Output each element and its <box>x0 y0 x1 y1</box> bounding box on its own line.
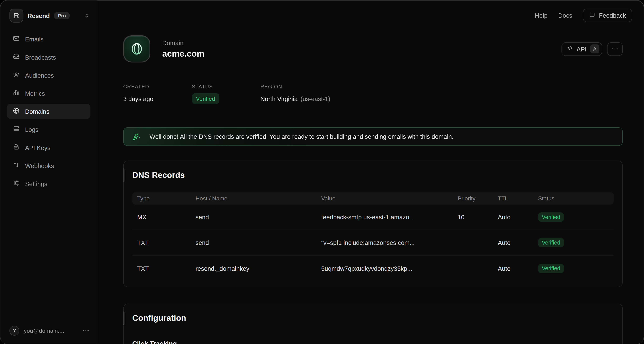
globe-icon <box>13 107 20 116</box>
dns-records-card: DNS Records Type Host / Name Value Prior… <box>123 160 623 287</box>
table-row: MX send feedback-smtp.us-east-1.amazo...… <box>132 204 614 230</box>
main-area: Help Docs Feedback <box>97 0 644 344</box>
configuration-title: Configuration <box>124 304 622 323</box>
domain-header: Domain acme.com API A <box>123 35 623 62</box>
card-accent-bar <box>123 168 124 182</box>
api-button[interactable]: API A <box>562 42 602 56</box>
sidebar-item-broadcasts[interactable]: Broadcasts <box>7 50 90 64</box>
cell-priority: 10 <box>458 214 498 220</box>
app-window: R Resend Pro Emails Broadcasts <box>0 0 644 344</box>
sidebar: R Resend Pro Emails Broadcasts <box>0 0 97 344</box>
table-row: TXT resend._domainkey 5uqmdw7qpxudkyvdon… <box>132 256 614 281</box>
users-icon <box>13 71 20 79</box>
sidebar-item-label: API Keys <box>25 144 50 151</box>
domain-info: Domain acme.com <box>162 39 204 58</box>
sidebar-item-label: Metrics <box>25 90 45 97</box>
banner-message: Well done! All the DNS records are verif… <box>150 133 454 140</box>
sidebar-item-label: Broadcasts <box>25 54 56 60</box>
speech-bubble-icon <box>589 12 595 19</box>
api-shortcut-key: A <box>590 44 599 54</box>
sidebar-item-webhooks[interactable]: Webhooks <box>7 158 90 173</box>
app-stage: R Resend Pro Emails Broadcasts <box>0 0 644 344</box>
cell-value: "v=spf1 include:amazonses.com... <box>321 239 458 246</box>
globe-icon <box>130 42 144 56</box>
status-badge: Verified <box>538 238 564 247</box>
sidebar-item-metrics[interactable]: Metrics <box>7 86 90 101</box>
sidebar-nav: Emails Broadcasts Audiences Metrics Doma… <box>0 32 97 191</box>
page-content: Domain acme.com API A <box>97 22 644 344</box>
cell-ttl: Auto <box>498 214 538 220</box>
sidebar-item-label: Audiences <box>25 72 54 78</box>
cell-host: send <box>196 214 321 220</box>
api-button-label: API <box>577 45 587 52</box>
domain-meta: CREATED 3 days ago STATUS Verified REGIO… <box>123 84 623 102</box>
cell-value: feedback-smtp.us-east-1.amazo... <box>321 214 458 220</box>
sidebar-item-label: Domains <box>25 108 49 115</box>
sidebar-item-emails[interactable]: Emails <box>7 32 90 46</box>
sidebar-item-label: Settings <box>25 180 47 187</box>
meta-region: REGION North Virginia (us-east-1) <box>260 84 330 102</box>
sidebar-item-label: Webhooks <box>25 162 54 169</box>
cell-type: TXT <box>137 239 196 246</box>
avatar: Y <box>10 326 19 336</box>
bar-chart-icon <box>13 89 20 97</box>
cell-value: 5uqmdw7qpxudkyvdonqzy35kp... <box>321 265 458 272</box>
inbox-icon <box>13 53 20 61</box>
created-value: 3 days ago <box>123 95 192 102</box>
col-host: Host / Name <box>196 195 321 202</box>
sidebar-item-audiences[interactable]: Audiences <box>7 68 90 83</box>
dns-records-title: DNS Records <box>124 161 622 180</box>
mail-icon <box>13 35 20 43</box>
success-banner: Well done! All the DNS records are verif… <box>123 127 623 146</box>
cell-ttl: Auto <box>498 265 538 272</box>
cell-host: send <box>196 239 321 246</box>
cell-type: MX <box>137 214 196 220</box>
code-icon <box>567 45 573 52</box>
more-icon[interactable] <box>83 330 89 331</box>
cell-type: TXT <box>137 265 196 272</box>
status-badge: Verified <box>538 212 564 222</box>
sidebar-item-label: Logs <box>25 126 38 133</box>
table-header: Type Host / Name Value Priority TTL Stat… <box>132 192 614 204</box>
status-label: STATUS <box>192 84 260 90</box>
cell-host: resend._domainkey <box>196 265 321 272</box>
status-badge: Verified <box>192 93 219 104</box>
sidebar-item-domains[interactable]: Domains <box>7 104 90 119</box>
meta-created: CREATED 3 days ago <box>123 84 192 102</box>
help-link[interactable]: Help <box>535 12 548 19</box>
domain-more-button[interactable] <box>607 42 622 56</box>
col-priority: Priority <box>458 195 498 202</box>
col-status: Status <box>538 195 614 202</box>
more-icon <box>612 48 618 50</box>
resend-logo: R <box>10 8 24 22</box>
plan-badge: Pro <box>54 12 70 19</box>
docs-link[interactable]: Docs <box>558 12 572 19</box>
col-value: Value <box>321 195 458 202</box>
col-ttl: TTL <box>498 195 538 202</box>
cell-ttl: Auto <box>498 239 538 246</box>
meta-status: STATUS Verified <box>192 84 260 102</box>
sidebar-item-label: Emails <box>25 36 44 42</box>
card-accent-bar <box>123 311 124 325</box>
region-code: (us-east-1) <box>300 95 330 102</box>
workspace-name: Resend <box>28 12 50 19</box>
feedback-button[interactable]: Feedback <box>583 8 632 22</box>
page-title: acme.com <box>162 49 204 58</box>
created-label: CREATED <box>123 84 192 90</box>
dns-records-table: Type Host / Name Value Priority TTL Stat… <box>132 192 614 287</box>
sidebar-item-settings[interactable]: Settings <box>7 176 90 191</box>
lock-icon <box>13 144 20 152</box>
resend-logo-letter: R <box>14 11 19 20</box>
arrows-up-down-icon <box>13 162 20 170</box>
domain-label: Domain <box>162 39 204 46</box>
user-menu[interactable]: Y you@domain.... <box>0 326 97 344</box>
feedback-label: Feedback <box>599 12 626 19</box>
header-actions: API A <box>562 42 623 56</box>
sidebar-item-api-keys[interactable]: API Keys <box>7 140 90 155</box>
domain-globe-tile <box>123 35 150 62</box>
sidebar-item-logs[interactable]: Logs <box>7 122 90 137</box>
chevron-updown-icon[interactable] <box>84 13 90 18</box>
region-label: REGION <box>260 84 330 90</box>
workspace-switcher[interactable]: R Resend Pro <box>0 0 97 22</box>
configuration-card: Configuration Click Tracking <box>123 304 623 344</box>
